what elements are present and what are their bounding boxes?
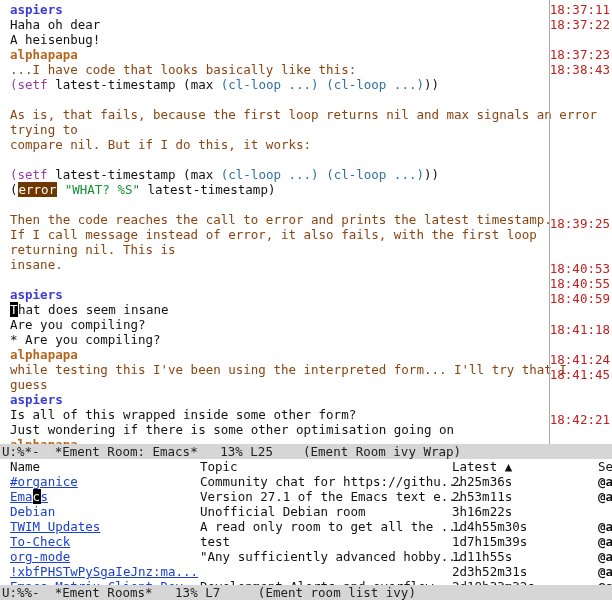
room-topic: Community chat for https://githu... — [200, 474, 452, 489]
chat-nick: alphapapa — [10, 47, 78, 62]
room-latest: 2d18h33m32s — [452, 579, 598, 585]
room-name[interactable]: Debian — [10, 504, 200, 519]
chat-line[interactable]: Just wondering if there is some other op… — [10, 422, 608, 437]
code-line[interactable]: (setf latest-timestamp (max (cl-loop ...… — [10, 167, 608, 182]
timestamp: 18:41:24 — [550, 352, 610, 367]
chat-nick: alphapapa — [10, 437, 78, 444]
room-latest: 1d7h15m39s — [452, 534, 598, 549]
room-topic: A read only room to get all the ... — [200, 519, 452, 534]
room-topic: "Any sufficiently advanced hobby... — [200, 549, 452, 564]
room-session: @a▸ — [598, 534, 612, 549]
room-row[interactable]: DebianUnofficial Debian room3h16m22s — [0, 504, 612, 519]
room-name[interactable]: org-mode — [10, 549, 200, 564]
editor-frame: aspiersHaha oh dearA heisenbug!alphapapa… — [0, 0, 612, 600]
room-session: @a▸ — [598, 519, 612, 534]
rooms-header: Name Topic Latest ▲ Sess — [0, 459, 612, 474]
col-name: Name — [10, 459, 200, 474]
point-cursor: T — [10, 302, 18, 317]
timestamp: 18:41:45 — [550, 367, 610, 382]
room-latest: 2h53m11s — [452, 489, 598, 504]
timestamp: 18:37:23 — [550, 47, 610, 62]
chat-line[interactable]: Then the code reaches the call to error … — [10, 212, 608, 227]
room-session: @a▸ — [598, 579, 612, 585]
timestamp: 18:38:43 — [550, 62, 610, 77]
room-topic — [200, 564, 452, 579]
col-topic: Topic — [200, 459, 452, 474]
timestamp: 18:40:53 — [550, 261, 610, 276]
col-sess: Sess — [598, 459, 612, 474]
chat-line[interactable]: Haha oh dear — [10, 17, 608, 32]
code-line[interactable]: (setf latest-timestamp (max (cl-loop ...… — [10, 77, 608, 92]
chat-nick: aspiers — [10, 287, 63, 302]
chat-buffer[interactable]: aspiersHaha oh dearA heisenbug!alphapapa… — [0, 0, 612, 444]
room-latest: 3h16m22s — [452, 504, 598, 519]
timestamp: 18:40:55 — [550, 276, 610, 291]
room-name[interactable]: #organice — [10, 474, 200, 489]
room-latest: 1d11h55s — [452, 549, 598, 564]
chat-line[interactable]: Are you compiling? — [10, 317, 608, 332]
room-row[interactable]: To-Checktest1d7h15m39s@a▸ — [0, 534, 612, 549]
point-cursor: c — [33, 489, 41, 504]
room-topic: Unofficial Debian room — [200, 504, 452, 519]
chat-nick: aspiers — [10, 392, 63, 407]
chat-line[interactable]: compare nil. But if I do this, it works: — [10, 137, 608, 152]
chat-line[interactable]: As is, that fails, because the first loo… — [10, 107, 608, 137]
room-session: @a▸ — [598, 549, 612, 564]
room-row[interactable]: !xbfPHSTwPySgaIeJnz:ma...2d3h52m31s@a▸ — [0, 564, 612, 579]
chat-line[interactable]: insane. — [10, 257, 608, 272]
chat-line[interactable]: * Are you compiling? — [10, 332, 608, 347]
room-row[interactable]: EmacsVersion 27.1 of the Emacs text e...… — [0, 489, 612, 504]
timestamp: 18:37:22 — [550, 17, 610, 32]
chat-line[interactable]: That does seem insane — [10, 302, 608, 317]
room-latest: 2d3h52m31s — [452, 564, 598, 579]
room-row[interactable]: org-mode"Any sufficiently advanced hobby… — [0, 549, 612, 564]
chat-line[interactable]: If I call message instead of error, it a… — [10, 227, 608, 257]
room-session: @a▸ — [598, 474, 612, 489]
room-latest: 1d4h55m30s — [452, 519, 598, 534]
room-session: @a▸ — [598, 489, 612, 504]
room-topic: Version 27.1 of the Emacs text e... — [200, 489, 452, 504]
timestamp: 18:40:59 — [550, 291, 610, 306]
timestamp: 18:39:25 — [550, 216, 610, 231]
room-topic: test — [200, 534, 452, 549]
room-name[interactable]: !xbfPHSTwPySgaIeJnz:ma... — [10, 564, 200, 579]
modeline-rooms: U:%%- *Ement Rooms* 13% L7 (Ement room l… — [0, 585, 612, 600]
chat-nick: aspiers — [10, 2, 63, 17]
room-name[interactable]: Emacs — [10, 489, 200, 504]
chat-line[interactable]: ...I have code that looks basically like… — [10, 62, 608, 77]
room-row[interactable]: #organiceCommunity chat for https://gith… — [0, 474, 612, 489]
room-name[interactable]: To-Check — [10, 534, 200, 549]
code-line[interactable]: (error "WHAT? %S" latest-timestamp) — [10, 182, 608, 197]
timestamp: 18:37:11 — [550, 2, 610, 17]
col-latest[interactable]: Latest ▲ — [452, 459, 598, 474]
timestamp: 18:41:18 — [550, 322, 610, 337]
chat-nick: alphapapa — [10, 347, 78, 362]
room-session: @a▸ — [598, 564, 612, 579]
timestamp: 18:42:21 — [550, 412, 610, 427]
chat-line[interactable]: A heisenbug! — [10, 32, 608, 47]
modeline-chat: U:%*- *Ement Room: Emacs* 13% L25 (Ement… — [0, 444, 612, 459]
room-row[interactable]: TWIM UpdatesA read only room to get all … — [0, 519, 612, 534]
chat-line[interactable]: while testing this I've been using the i… — [10, 362, 608, 392]
room-latest: 2h25m36s — [452, 474, 598, 489]
chat-line[interactable]: Is all of this wrapped inside some other… — [10, 407, 608, 422]
room-session — [598, 504, 612, 519]
error-highlight: error — [18, 182, 58, 197]
rooms-buffer[interactable]: Name Topic Latest ▲ Sess #organiceCommun… — [0, 459, 612, 585]
room-name[interactable]: TWIM Updates — [10, 519, 200, 534]
